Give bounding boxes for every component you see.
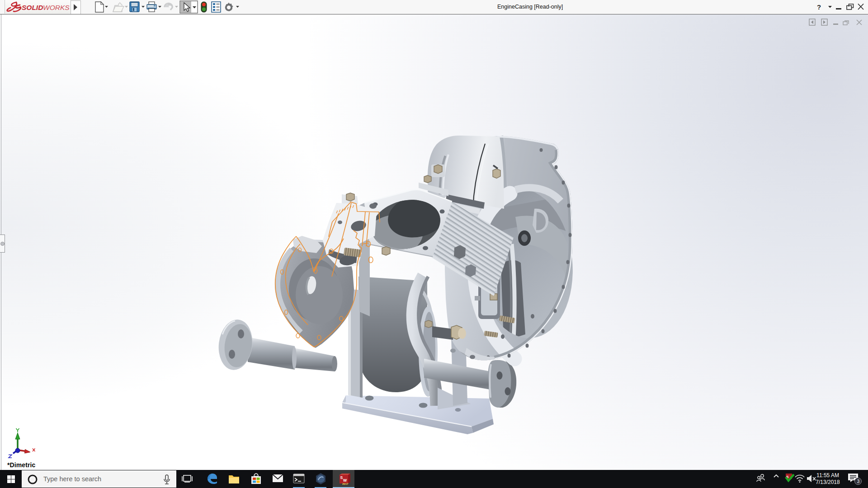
svg-text:S: S xyxy=(340,475,343,480)
svg-text:SOLID: SOLID xyxy=(22,4,43,11)
svg-text:3: 3 xyxy=(857,479,860,484)
svg-text:W: W xyxy=(343,478,347,483)
svg-text:WORKS: WORKS xyxy=(43,4,70,11)
svg-text:2017: 2017 xyxy=(342,483,349,485)
svg-text:?: ? xyxy=(817,3,821,11)
